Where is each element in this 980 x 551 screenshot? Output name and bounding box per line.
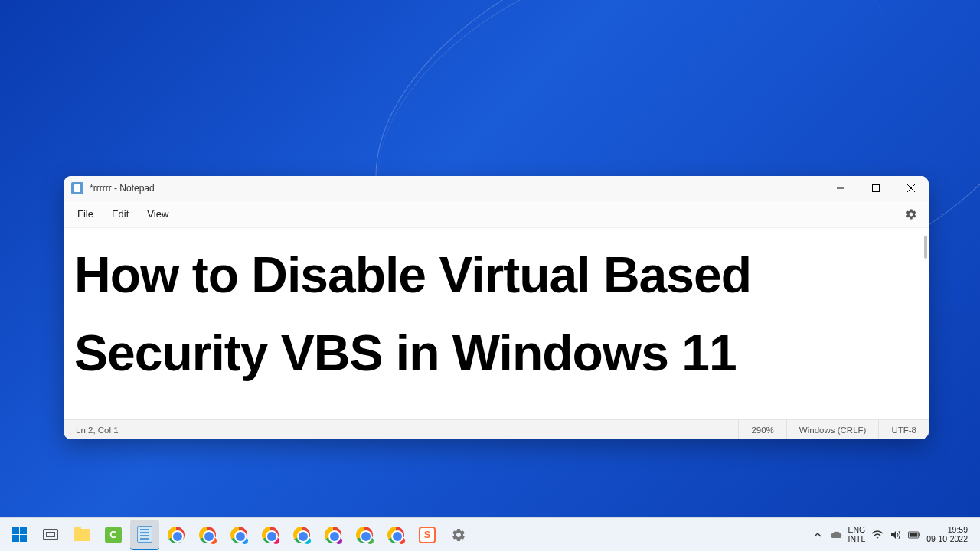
task-view-icon <box>43 529 58 540</box>
chrome-icon <box>230 527 247 543</box>
status-position: Ln 2, Col 1 <box>64 425 738 435</box>
menu-file[interactable]: File <box>68 204 103 224</box>
status-encoding: UTF-8 <box>878 420 929 439</box>
maximize-button[interactable] <box>858 176 893 201</box>
tray-chevron-up-icon[interactable] <box>812 529 824 541</box>
notepad-window: *rrrrrr - Notepad File Edit View How to … <box>64 176 929 439</box>
svg-rect-5 <box>920 533 921 536</box>
volume-icon[interactable] <box>890 529 902 541</box>
chrome-button-2[interactable] <box>193 520 222 549</box>
svg-rect-1 <box>873 185 880 192</box>
wifi-icon[interactable] <box>871 529 884 541</box>
chrome-icon <box>293 527 310 543</box>
status-line-ending: Windows (CRLF) <box>786 420 879 439</box>
chrome-icon <box>387 527 404 543</box>
folder-icon <box>74 529 90 541</box>
chrome-icon <box>199 527 216 543</box>
chrome-button-3[interactable] <box>224 520 253 549</box>
notepad-icon <box>71 182 83 194</box>
gear-icon <box>905 208 917 220</box>
task-view-button[interactable] <box>36 520 65 549</box>
battery-icon[interactable] <box>908 529 920 541</box>
svg-rect-6 <box>910 533 918 536</box>
windows-icon <box>12 527 27 542</box>
window-title: *rrrrrr - Notepad <box>90 183 155 194</box>
language-indicator[interactable]: ENG INTL <box>848 526 866 543</box>
chrome-icon <box>168 527 185 543</box>
chrome-icon <box>356 527 373 543</box>
clock[interactable]: 19:59 09-10-2022 <box>926 526 968 543</box>
settings-button[interactable] <box>901 204 921 224</box>
taskbar: C S ENG INTL <box>0 517 980 551</box>
chrome-button-6[interactable] <box>318 520 348 549</box>
menu-edit[interactable]: Edit <box>103 204 138 224</box>
settings-taskbar-button[interactable] <box>444 520 473 549</box>
file-explorer-button[interactable] <box>67 520 96 549</box>
camtasia-icon: C <box>105 527 122 543</box>
chrome-icon <box>325 527 341 543</box>
notepad-taskbar-icon <box>137 526 152 543</box>
onedrive-icon[interactable] <box>830 529 842 541</box>
snagit-icon: S <box>419 527 436 543</box>
language-top: ENG <box>848 526 866 535</box>
clock-time: 19:59 <box>926 526 968 535</box>
camtasia-button[interactable]: C <box>99 520 128 549</box>
titlebar[interactable]: *rrrrrr - Notepad <box>64 176 929 201</box>
close-button[interactable] <box>893 176 929 201</box>
statusbar: Ln 2, Col 1 290% Windows (CRLF) UTF-8 <box>64 419 929 439</box>
gear-icon <box>451 527 466 543</box>
chrome-button-4[interactable] <box>256 520 285 549</box>
notepad-taskbar-button[interactable] <box>130 520 159 550</box>
editor-content: How to Disable Virtual Based Security VB… <box>74 236 918 393</box>
menu-view[interactable]: View <box>138 204 178 224</box>
status-zoom[interactable]: 290% <box>738 420 786 439</box>
language-bottom: INTL <box>848 535 866 544</box>
scrollbar-thumb[interactable] <box>924 236 927 259</box>
chrome-button-7[interactable] <box>350 520 379 549</box>
chrome-button-5[interactable] <box>287 520 316 549</box>
chrome-icon <box>262 527 279 543</box>
text-editor[interactable]: How to Disable Virtual Based Security VB… <box>64 228 929 419</box>
minimize-button[interactable] <box>823 176 858 201</box>
chrome-button-8[interactable] <box>381 520 410 549</box>
menubar: File Edit View <box>64 201 929 228</box>
start-button[interactable] <box>5 520 34 549</box>
chrome-button-1[interactable] <box>162 520 191 549</box>
clock-date: 09-10-2022 <box>926 535 968 544</box>
snagit-button[interactable]: S <box>413 520 442 549</box>
